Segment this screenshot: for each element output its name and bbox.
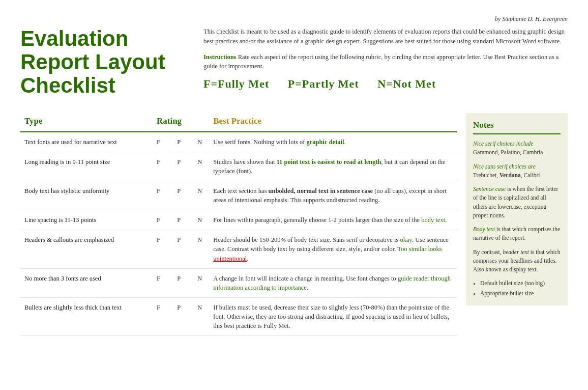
rating-cell-4: F P N bbox=[153, 210, 209, 230]
rating-cell-6: F P N bbox=[153, 268, 209, 297]
notes-bullet-1: Default bullet size (too big) bbox=[480, 279, 561, 288]
notes-item-3: Sentence case is when the first letter o… bbox=[473, 185, 561, 220]
type-cell-6: No more than 3 fonts are used bbox=[20, 268, 153, 297]
bp-cell-6: A change in font will indicate a change … bbox=[209, 268, 457, 297]
notes-panel: Notes Nice serif choices include Garamon… bbox=[466, 113, 568, 305]
rating-cell-5: F P N bbox=[153, 230, 209, 268]
notes-header-text-label: header text bbox=[503, 249, 528, 255]
bp-cell-7: If bullets must be used, decrease their … bbox=[209, 297, 457, 336]
notes-body-text-label: Body text bbox=[473, 226, 495, 232]
table-section: Type Rating Best Practice Text fonts are… bbox=[20, 113, 568, 337]
notes-verdana: Verdana bbox=[499, 172, 521, 178]
header-type: Type bbox=[20, 113, 153, 132]
table-row: No more than 3 fonts are used F P N A ch… bbox=[20, 268, 457, 297]
header-rating: Rating bbox=[153, 113, 209, 132]
notes-item-5: By contrast, header text is that which c… bbox=[473, 248, 561, 274]
notes-sans-label: Nice sans serif choices are bbox=[473, 163, 536, 170]
notes-item-2: Nice sans serif choices are Trebuchet, V… bbox=[473, 162, 561, 180]
rubric-partly-met: P=Partly Met bbox=[288, 77, 359, 90]
rubric-not-met: N=Not Met bbox=[377, 77, 436, 90]
table-row: Bullets are slightly less thick than tex… bbox=[20, 297, 457, 336]
header-bestpractice: Best Practice bbox=[209, 113, 457, 132]
rating-cell-3: F P N bbox=[153, 181, 209, 210]
notes-bullet-2: Appropriate bullet size bbox=[480, 289, 561, 298]
type-cell-4: Line spacing is 11-13 points bbox=[20, 210, 153, 230]
intro-paragraph1: This checklist is meant to be used as a … bbox=[203, 27, 568, 46]
page-title: EvaluationReport LayoutChecklist bbox=[20, 27, 183, 98]
bp-cell-1: Use serif fonts. Nothing with lots of gr… bbox=[209, 132, 457, 152]
type-cell-7: Bullets are slightly less thick than tex… bbox=[20, 297, 153, 336]
checklist-table: Type Rating Best Practice Text fonts are… bbox=[20, 113, 457, 337]
table-row: Headers & callouts are emphasized F P N … bbox=[20, 230, 457, 268]
notes-sentence-case-label: Sentence case bbox=[473, 186, 506, 192]
type-cell-5: Headers & callouts are emphasized bbox=[20, 230, 153, 268]
intro-block: This checklist is meant to be used as a … bbox=[203, 27, 568, 98]
notes-item-4: Body text is that which comprises the na… bbox=[473, 225, 561, 243]
table-row: Line spacing is 11-13 points F P N For l… bbox=[20, 210, 457, 230]
notes-item-1: Nice serif choices include Garamond, Pal… bbox=[473, 140, 561, 157]
rubric-fully-met: F=Fully Met bbox=[203, 77, 269, 90]
type-cell-2: Long reading is in 9-11 point size bbox=[20, 152, 153, 181]
rating-cell-7: F P N bbox=[153, 297, 209, 336]
bp-cell-5: Header should be 150-200% of body text s… bbox=[209, 230, 457, 268]
bp-cell-4: For lines within paragraph, generally ch… bbox=[209, 210, 457, 230]
bp-cell-2: Studies have shown that 11 point text is… bbox=[209, 152, 457, 181]
rating-cell-1: F P N bbox=[153, 132, 209, 152]
bp-cell-3: Each text section has unbolded, normal t… bbox=[209, 181, 457, 210]
notes-bullets-list: Default bullet size (too big) Appropriat… bbox=[480, 279, 561, 297]
table-row: Text fonts are used for narrative text F… bbox=[20, 132, 457, 152]
table-row: Body text has stylistic uniformity F P N… bbox=[20, 181, 457, 210]
rubric-line: F=Fully Met P=Partly Met N=Not Met bbox=[203, 77, 568, 91]
page: by Stephanie D. H. Evergreen EvaluationR… bbox=[0, 0, 588, 351]
instructions-text: Rate each aspect of the report using the… bbox=[203, 53, 558, 70]
instructions-label: Instructions bbox=[203, 53, 237, 61]
rating-cell-2: F P N bbox=[153, 152, 209, 181]
type-cell-1: Text fonts are used for narrative text bbox=[20, 132, 153, 152]
notes-serif-label: Nice serif choices include bbox=[473, 141, 533, 147]
table-row: Long reading is in 9-11 point size F P N… bbox=[20, 152, 457, 181]
table-header-row: Type Rating Best Practice bbox=[20, 113, 457, 132]
top-section: EvaluationReport LayoutChecklist This ch… bbox=[20, 27, 568, 98]
instructions-paragraph: Instructions Rate each aspect of the rep… bbox=[203, 52, 568, 72]
title-block: EvaluationReport LayoutChecklist bbox=[20, 27, 183, 98]
byline: by Stephanie D. H. Evergreen bbox=[20, 15, 568, 23]
notes-title: Notes bbox=[473, 119, 561, 135]
type-cell-3: Body text has stylistic uniformity bbox=[20, 181, 153, 210]
